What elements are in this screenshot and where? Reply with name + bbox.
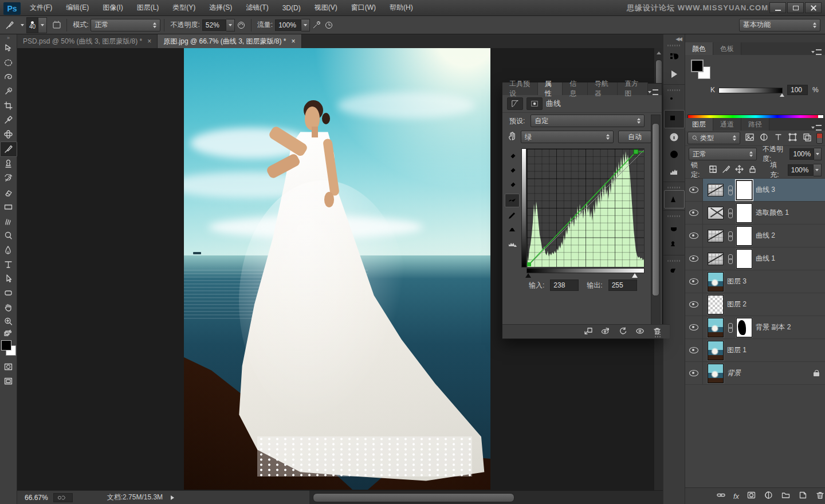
layer-opacity-field[interactable]: 100% — [789, 148, 814, 160]
k-slider[interactable] — [718, 88, 783, 93]
layer-name[interactable]: 图层 2 — [727, 300, 747, 309]
visibility-toggle[interactable] — [685, 362, 703, 384]
tool-presets-panel-icon[interactable] — [665, 93, 684, 110]
layer-mask-thumbnail[interactable] — [736, 249, 752, 269]
move-tool[interactable] — [1, 41, 17, 56]
tab-paths[interactable]: 路径 — [741, 118, 769, 131]
layer-thumbnail[interactable] — [708, 318, 724, 337]
layer-mask-thumbnail[interactable] — [736, 203, 752, 223]
menu-filter[interactable]: 滤镜(T) — [239, 0, 275, 16]
mask-badge-icon[interactable] — [527, 97, 543, 110]
output-value-field[interactable]: 255 — [608, 279, 637, 291]
menu-layer[interactable]: 图层(L) — [130, 0, 166, 16]
quick-selection-tool[interactable] — [1, 84, 17, 99]
menu-file[interactable]: 文件(F) — [23, 0, 59, 16]
lasso-tool[interactable] — [1, 70, 17, 84]
edit-points-tool-icon[interactable] — [505, 194, 520, 207]
tab-swatches[interactable]: 色板 — [713, 42, 741, 55]
menu-3d[interactable]: 3D(D) — [276, 0, 308, 16]
flow-input[interactable]: 100% — [275, 19, 301, 31]
menu-select[interactable]: 选择(S) — [202, 0, 239, 16]
white-point-eyedropper-icon[interactable] — [505, 179, 519, 192]
paragraph-panel-icon[interactable] — [665, 263, 684, 281]
new-adjustment-layer-icon[interactable] — [764, 490, 773, 502]
layer-name[interactable]: 选取颜色 1 — [756, 208, 789, 218]
layer-row-background-copy2[interactable]: 背景 副本 2 — [685, 316, 825, 339]
status-menu-arrow-icon[interactable] — [171, 495, 174, 500]
view-previous-state-icon[interactable] — [601, 326, 610, 337]
new-group-icon[interactable] — [781, 490, 791, 502]
layer-row-curves3[interactable]: 曲线 3 — [685, 179, 825, 202]
foreground-color-swatch[interactable] — [1, 340, 11, 351]
layer-name[interactable]: 背景 副本 2 — [756, 322, 791, 332]
k-value-field[interactable]: 100 — [787, 85, 808, 95]
tab-properties[interactable]: 属性 — [538, 82, 563, 95]
tab-histogram[interactable]: 直方图 — [618, 82, 648, 95]
horizontal-scrollbar[interactable] — [309, 490, 663, 504]
tab-navigator[interactable]: 导航器 — [588, 82, 618, 95]
properties-panel-icon[interactable] — [664, 110, 685, 128]
add-mask-icon[interactable] — [747, 490, 756, 502]
layer-name[interactable]: 曲线 3 — [756, 185, 775, 195]
layer-row-curves1[interactable]: 曲线 1 — [685, 247, 825, 270]
black-input-slider[interactable] — [525, 273, 531, 278]
healing-brush-tool[interactable] — [1, 127, 17, 141]
curves-adjustment-icon[interactable] — [708, 184, 724, 196]
document-image[interactable] — [184, 48, 490, 490]
opacity-input[interactable]: 52% — [202, 19, 226, 31]
brush-size-preview[interactable]: 40 — [26, 17, 38, 33]
k-slider-marker[interactable] — [780, 93, 784, 97]
curve-point-handle[interactable] — [634, 149, 638, 154]
dock-drag-handle[interactable] — [667, 214, 681, 218]
dock-drag-handle[interactable] — [667, 259, 681, 263]
tab-channels[interactable]: 通道 — [713, 118, 741, 131]
toggle-visibility-icon[interactable] — [635, 326, 645, 337]
hand-tool[interactable] — [1, 300, 17, 314]
layer-mask-thumbnail[interactable] — [736, 318, 752, 337]
lock-transparency-icon[interactable] — [708, 164, 718, 176]
actions-panel-icon[interactable] — [665, 65, 684, 82]
visibility-toggle[interactable] — [685, 247, 703, 270]
layer-thumbnail[interactable] — [708, 272, 724, 292]
history-panel-icon[interactable] — [665, 48, 684, 65]
layer-style-icon[interactable]: fx — [733, 492, 739, 501]
layer-filter-select[interactable]: 类型 — [688, 132, 740, 144]
character-panel-icon[interactable] — [664, 190, 685, 208]
visibility-toggle[interactable] — [685, 179, 703, 201]
channel-select[interactable]: 绿 — [521, 131, 614, 143]
layer-row-curves2[interactable]: 曲线 2 — [685, 225, 825, 247]
gray-point-eyedropper-icon[interactable] — [505, 165, 519, 178]
curves-adjustment-icon[interactable] — [708, 253, 724, 265]
layer-row-selective-color1[interactable]: 选取颜色 1 — [685, 202, 825, 225]
swap-colors-icon[interactable] — [1, 329, 17, 338]
layer-name[interactable]: 图层 3 — [727, 277, 747, 286]
clip-to-layer-icon[interactable] — [584, 326, 593, 337]
menu-window[interactable]: 窗口(W) — [344, 0, 383, 16]
path-selection-tool[interactable] — [1, 271, 17, 286]
menu-help[interactable]: 帮助(H) — [383, 0, 420, 16]
properties-scroll-thumb[interactable] — [652, 123, 659, 296]
layer-opacity-dropdown[interactable] — [814, 148, 822, 160]
menu-type[interactable]: 类型(Y) — [166, 0, 202, 16]
crop-tool[interactable] — [1, 99, 17, 113]
selective-color-adjustment-icon[interactable] — [708, 207, 724, 219]
clone-source-panel-icon[interactable] — [665, 236, 684, 253]
smudge-tool[interactable] — [1, 214, 17, 229]
visibility-toggle[interactable] — [685, 339, 703, 361]
lock-pixels-icon[interactable] — [721, 164, 731, 176]
layer-row-layer2[interactable]: 图层 2 — [685, 293, 825, 316]
scroll-up-arrow[interactable] — [657, 52, 661, 54]
properties-scrollbar[interactable] — [651, 115, 661, 325]
info-panel-icon[interactable] — [665, 128, 684, 145]
menu-image[interactable]: 图像(I) — [96, 0, 129, 16]
input-value-field[interactable]: 238 — [550, 279, 579, 291]
properties-panel-menu-icon[interactable] — [648, 89, 658, 95]
brush-tool[interactable] — [0, 141, 17, 157]
histogram-panel-icon[interactable] — [665, 163, 684, 180]
panel-resize-grip[interactable] — [654, 331, 661, 338]
marquee-tool[interactable] — [1, 56, 17, 70]
filter-shape-layers-icon[interactable] — [788, 132, 798, 144]
white-input-slider[interactable] — [632, 273, 638, 278]
visibility-toggle[interactable] — [685, 202, 703, 224]
dodge-tool[interactable] — [1, 229, 17, 243]
